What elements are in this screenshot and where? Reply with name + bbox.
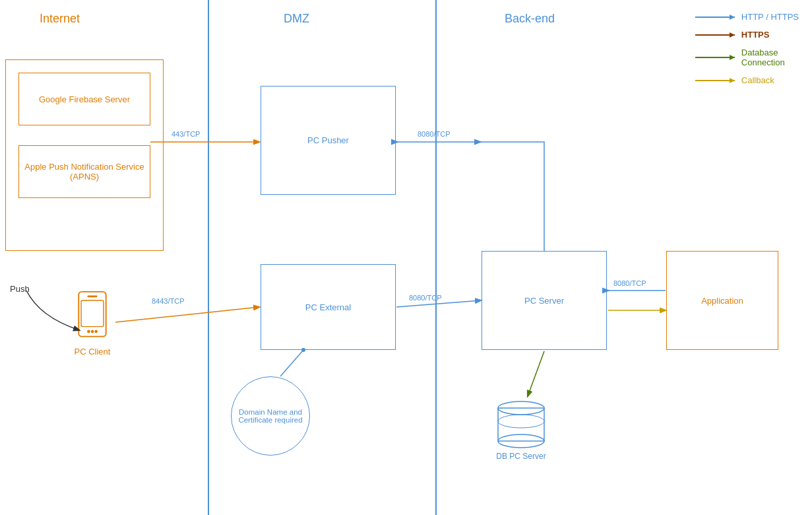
divider-right [435,0,437,515]
db-container: DB PC Server [488,396,554,461]
legend-blue-arrow [695,17,735,18]
legend-db: DatabaseConnection [695,48,799,67]
legend: HTTP / HTTPS HTTPS DatabaseConnection Ca… [695,12,799,85]
svg-rect-1 [87,296,97,298]
domain-cert-label: Domain Name and Certificate required [238,408,303,424]
application-label: Application [701,296,743,306]
db-cylinder-icon [488,396,554,449]
legend-callback-label: Callback [741,75,774,85]
svg-text:8080/TCP: 8080/TCP [418,130,451,138]
apple-push-box: Apple Push Notification Service (APNS) [18,145,150,198]
legend-brown-arrow [695,34,735,36]
phone-icon [73,291,112,343]
pc-server-box: PC Server [482,251,607,350]
svg-point-9 [498,415,544,428]
google-firebase-label: Google Firebase Server [39,94,130,104]
svg-line-22 [280,350,303,376]
legend-yellow-arrow [695,80,735,81]
svg-text:8080/TCP: 8080/TCP [409,294,442,302]
svg-rect-5 [81,300,104,327]
pc-external-label: PC External [305,302,351,312]
legend-http: HTTP / HTTPS [695,12,799,22]
svg-line-14 [115,307,259,322]
pc-server-label: PC Server [524,296,564,306]
svg-point-3 [91,330,94,333]
svg-text:443/TCP: 443/TCP [172,130,200,138]
diagram-container: Internet DMZ Back-end Google Firebase Se… [0,0,812,515]
legend-db-label: DatabaseConnection [741,48,785,67]
svg-text:8080/TCP: 8080/TCP [613,279,646,287]
pc-pusher-box: PC Pusher [261,86,396,195]
pc-client-label: PC Client [75,347,111,357]
pc-client-container: PC Client [73,291,112,357]
zone-backend-label: Back-end [505,12,555,26]
legend-http-label: HTTP / HTTPS [741,12,799,22]
pc-pusher-label: PC Pusher [307,135,349,145]
push-label: Push [10,284,30,294]
svg-line-16 [396,300,481,307]
svg-point-4 [94,330,98,333]
db-label: DB PC Server [496,452,546,461]
legend-https-label: HTTPS [741,30,770,40]
legend-callback: Callback [695,75,799,85]
svg-line-21 [528,351,544,396]
legend-green-arrow [695,57,735,58]
pc-external-box: PC External [261,264,396,350]
domain-cert-circle: Domain Name and Certificate required [231,376,310,456]
zone-internet-label: Internet [40,12,80,26]
legend-https: HTTPS [695,30,799,40]
zone-dmz-label: DMZ [284,12,309,26]
application-box: Application [666,251,778,350]
svg-text:8443/TCP: 8443/TCP [152,297,185,305]
svg-rect-0 [78,292,106,337]
svg-point-2 [87,330,90,333]
google-firebase-box: Google Firebase Server [18,73,150,125]
apple-push-label: Apple Push Notification Service (APNS) [19,162,150,182]
divider-left [208,0,209,515]
